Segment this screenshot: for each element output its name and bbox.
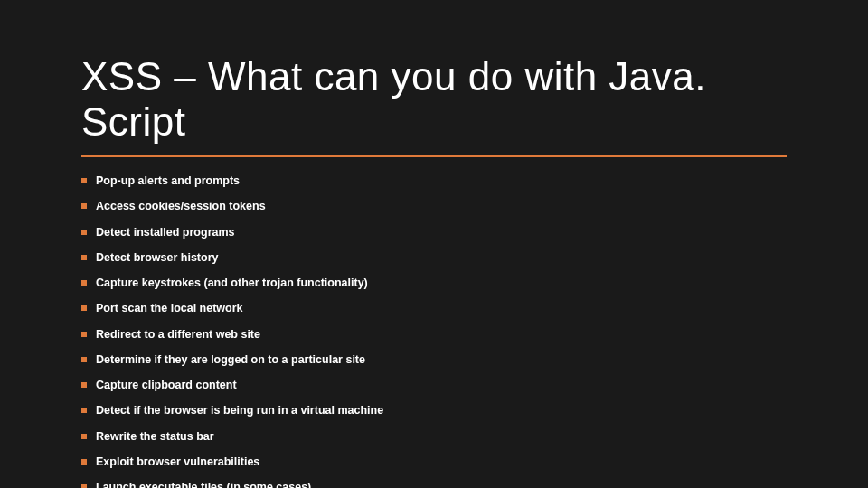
list-item: Access cookies/session tokens — [81, 199, 787, 213]
list-item: Detect if the browser is being run in a … — [81, 403, 787, 418]
list-item: Pop-up alerts and prompts — [81, 174, 787, 188]
bullet-list: Pop-up alerts and prompts Access cookies… — [81, 174, 787, 488]
list-item: Detect installed programs — [81, 225, 787, 239]
list-item: Launch executable files (in some cases) — [81, 480, 787, 488]
list-item: Detect browser history — [81, 250, 787, 265]
slide: XSS – What can you do with Java. Script … — [0, 0, 868, 488]
list-item: Capture keystrokes (and other trojan fun… — [81, 276, 787, 290]
slide-title: XSS – What can you do with Java. Script — [81, 54, 787, 145]
list-item: Exploit browser vulnerabilities — [81, 455, 787, 469]
list-item: Rewrite the status bar — [81, 429, 787, 444]
list-item: Determine if they are logged on to a par… — [81, 352, 787, 367]
list-item: Redirect to a different web site — [81, 327, 787, 342]
list-item: Capture clipboard content — [81, 378, 787, 392]
list-item: Port scan the local network — [81, 301, 787, 315]
title-underline — [81, 155, 787, 157]
